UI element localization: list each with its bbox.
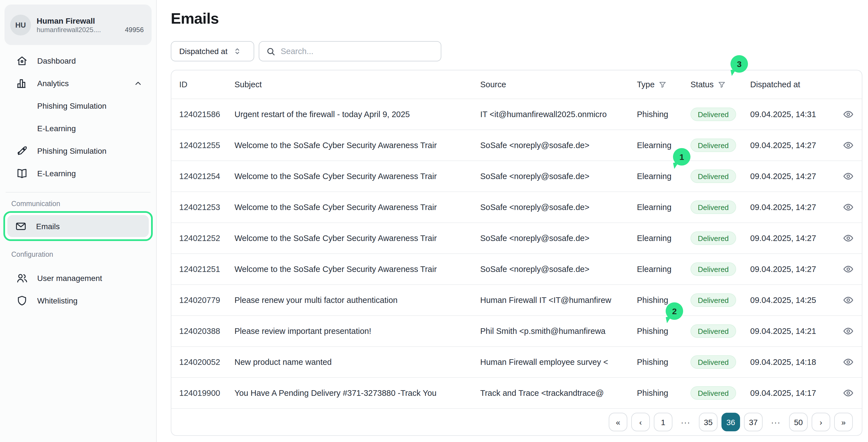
cell-subject: New product name wanted xyxy=(235,358,480,367)
view-email-button[interactable] xyxy=(841,262,856,276)
table-row[interactable]: 124021252 Welcome to the SoSafe Cyber Se… xyxy=(172,223,862,254)
annotation-badge-2: 2 xyxy=(665,302,683,320)
app-root: HU Human Firewall humanfirewall2025.... … xyxy=(0,0,868,442)
pagination-button[interactable]: « xyxy=(609,413,627,431)
pagination-button[interactable]: ··· xyxy=(767,413,785,431)
status-badge: Delivered xyxy=(690,200,736,214)
sidebar-item-elearning[interactable]: E-Learning xyxy=(3,162,153,185)
eye-icon xyxy=(843,387,854,399)
view-email-button[interactable] xyxy=(841,386,856,400)
table-row[interactable]: 124021251 Welcome to the SoSafe Cyber Se… xyxy=(172,254,862,285)
view-email-button[interactable] xyxy=(841,293,856,307)
status-badge: Delivered xyxy=(690,231,736,245)
sidebar-item-emails[interactable]: Emails xyxy=(7,215,149,237)
pagination-button[interactable]: ··· xyxy=(676,413,695,431)
column-header-id: ID xyxy=(172,80,235,89)
search-icon xyxy=(266,46,276,56)
view-email-button[interactable] xyxy=(841,107,856,122)
cell-id: 124021586 xyxy=(172,110,235,119)
cell-subject: Welcome to the SoSafe Cyber Security Awa… xyxy=(235,234,480,243)
cell-dispatched-at: 09.04.2025, 14:27 xyxy=(750,172,835,181)
table-row[interactable]: 124020052 New product name wanted Human … xyxy=(172,347,862,378)
eye-icon xyxy=(843,202,854,213)
sidebar-item-phishing-simulation-analytics[interactable]: Phishing Simulation xyxy=(3,95,153,117)
status-badge: Delivered xyxy=(690,355,736,369)
status-badge: Delivered xyxy=(690,262,736,276)
account-name: Human Firewall xyxy=(37,15,144,26)
status-badge: Delivered xyxy=(690,386,736,400)
view-email-button[interactable] xyxy=(841,355,856,369)
cell-status: Delivered xyxy=(690,355,750,369)
cell-source: IT <it@humanfirewall2025.onmicro xyxy=(480,110,637,119)
cell-type: Elearning xyxy=(637,265,690,274)
search-input[interactable] xyxy=(281,47,434,56)
cell-subject: Please renew your multi factor authentic… xyxy=(235,296,480,305)
cell-source: SoSafe <noreply@sosafe.de> xyxy=(480,234,637,243)
chevron-up-icon[interactable] xyxy=(133,79,143,88)
cell-status: Delivered xyxy=(690,324,750,338)
cell-source: SoSafe <noreply@sosafe.de> xyxy=(480,203,637,212)
cell-dispatched-at: 09.04.2025, 14:25 xyxy=(750,296,835,305)
cell-id: 124020388 xyxy=(172,327,235,336)
cell-status: Delivered xyxy=(690,386,750,400)
account-count: 49956 xyxy=(125,26,144,34)
pagination-button[interactable]: 36 xyxy=(721,413,740,431)
cell-subject: Welcome to the SoSafe Cyber Security Awa… xyxy=(235,141,480,150)
cell-status: Delivered xyxy=(690,231,750,245)
cell-type: Phishing xyxy=(637,388,690,398)
table-row[interactable]: 124020779 Please renew your multi factor… xyxy=(172,285,862,316)
table-row[interactable]: 124020388 Please review important presen… xyxy=(172,316,862,347)
sidebar-item-elearning-analytics[interactable]: E-Learning xyxy=(3,117,153,140)
cell-type: Elearning xyxy=(637,203,690,212)
status-filter-icon[interactable] xyxy=(717,80,726,89)
cell-status: Delivered xyxy=(690,200,750,214)
cell-type: Phishing xyxy=(637,327,690,336)
annotation-badge-1: 1 xyxy=(673,148,690,166)
view-email-button[interactable] xyxy=(841,138,856,152)
sidebar-divider xyxy=(6,192,151,193)
section-label-configuration: Configuration xyxy=(11,249,153,260)
table-row[interactable]: 124021253 Welcome to the SoSafe Cyber Se… xyxy=(172,192,862,223)
column-header-type: Type xyxy=(637,80,690,89)
view-email-button[interactable] xyxy=(841,324,856,338)
cell-subject: You Have A Pending Delivery #371-3273880… xyxy=(235,388,480,398)
sidebar-item-label: Dashboard xyxy=(37,56,76,65)
table-row[interactable]: 124019900 You Have A Pending Delivery #3… xyxy=(172,378,862,409)
view-email-button[interactable] xyxy=(841,231,856,245)
pagination-button[interactable]: 1 xyxy=(654,413,673,431)
table-row[interactable]: 124021255 Welcome to the SoSafe Cyber Se… xyxy=(172,130,862,161)
emails-table-card: ID Subject Source Type Status Dispatched… xyxy=(171,70,862,436)
cell-type: Elearning xyxy=(637,234,690,243)
cell-type: Phishing xyxy=(637,358,690,367)
account-meta: Human Firewall humanfirewall2025.... 499… xyxy=(37,15,144,34)
eye-icon xyxy=(843,326,854,337)
cell-source: SoSafe <noreply@sosafe.de> xyxy=(480,141,637,150)
type-filter-icon[interactable] xyxy=(659,80,667,89)
sidebar-item-label: Whitelisting xyxy=(37,296,78,305)
cell-source: Phil Smith <p.smith@humanfirewa xyxy=(480,327,637,336)
cell-status: Delivered xyxy=(690,138,750,152)
table-row[interactable]: 124021254 Welcome to the SoSafe Cyber Se… xyxy=(172,161,862,192)
cell-dispatched-at: 09.04.2025, 14:27 xyxy=(750,234,835,243)
sidebar-item-dashboard[interactable]: Dashboard xyxy=(3,49,153,72)
pagination-button[interactable]: 35 xyxy=(699,413,717,431)
sidebar-item-analytics[interactable]: Analytics xyxy=(3,72,153,95)
pagination-button[interactable]: ‹ xyxy=(631,413,650,431)
cell-source: Track and Trace <trackandtrace@ xyxy=(480,388,637,398)
pagination-button[interactable]: 50 xyxy=(789,413,808,431)
account-card[interactable]: HU Human Firewall humanfirewall2025.... … xyxy=(4,4,152,45)
sort-select-value: Dispatched at xyxy=(179,47,227,56)
sort-select[interactable]: Dispatched at xyxy=(171,41,254,61)
pagination-button[interactable]: › xyxy=(812,413,830,431)
cell-source: Human Firewall IT <IT@humanfirew xyxy=(480,296,637,305)
view-email-button[interactable] xyxy=(841,200,856,214)
column-header-status: Status xyxy=(690,80,750,89)
eye-icon xyxy=(843,356,854,368)
sidebar-item-phishing-simulation[interactable]: Phishing Simulation xyxy=(3,140,153,162)
sidebar-item-whitelisting[interactable]: Whitelisting xyxy=(3,290,153,312)
sidebar-item-user-management[interactable]: User management xyxy=(3,267,153,290)
pagination-button[interactable]: » xyxy=(834,413,853,431)
table-row[interactable]: 124021586 Urgent restart of the firewall… xyxy=(172,99,862,130)
pagination-button[interactable]: 37 xyxy=(744,413,763,431)
view-email-button[interactable] xyxy=(841,169,856,183)
